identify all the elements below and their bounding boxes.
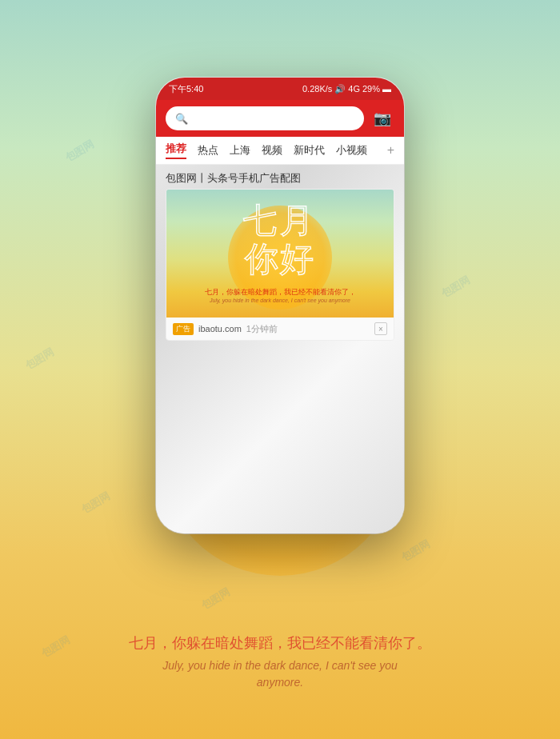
camera-button[interactable]: 📷 (370, 106, 394, 130)
ad-chinese-text: 七月 你好 (200, 202, 360, 279)
tab-short-video[interactable]: 小视频 (336, 143, 367, 158)
ad-line2: 你好 (200, 240, 360, 278)
ad-card: 七月 你好 七月，你躲在暗处舞蹈，我已经不能看清你了， July, you hi… (166, 189, 394, 341)
battery-label: 29% (362, 84, 380, 94)
tab-recommended[interactable]: 推荐 (166, 142, 186, 159)
english-line1: July, you hide in the dark dance, I can'… (162, 659, 397, 672)
ad-source: ibaotu.com (198, 324, 242, 334)
ad-close-button[interactable]: × (374, 322, 387, 335)
tab-video[interactable]: 视频 (262, 143, 282, 158)
search-bar: 🔍 📷 (156, 100, 404, 137)
ad-cn-subtitle: 七月，你躲在暗处舞蹈，我已经不能看清你了， (188, 287, 372, 298)
ad-subtitle: 七月，你躲在暗处舞蹈，我已经不能看清你了， July, you hide in … (188, 287, 372, 305)
ad-footer: 广告 ibaotu.com 1分钟前 × (166, 318, 394, 340)
time-display: 下午5:40 (169, 83, 203, 95)
search-input-box[interactable]: 🔍 (166, 106, 364, 130)
bottom-english-text: July, you hide in the dark dance, I can'… (80, 657, 480, 691)
nav-tabs: 推荐 热点 上海 视频 新时代 小视频 + (156, 137, 404, 165)
ad-badge: 广告 (173, 323, 194, 335)
network-speed: 0.28K/s (302, 84, 332, 94)
signal-label: 4G (348, 84, 360, 94)
tab-hot[interactable]: 热点 (198, 143, 218, 158)
search-icon: 🔍 (175, 113, 188, 125)
nav-plus-button[interactable]: + (387, 143, 394, 158)
site-label: 包图网丨头条号手机广告配图 (156, 165, 404, 189)
ad-en-subtitle: July, you hide in the dark dance, I can'… (188, 297, 372, 305)
bottom-text-area: 七月，你躲在暗处舞蹈，我已经不能看清你了。 July, you hide in … (80, 633, 480, 691)
tab-new-era[interactable]: 新时代 (294, 143, 325, 158)
ad-line1: 七月 (200, 202, 360, 240)
english-line2: anymore. (257, 676, 303, 689)
bottom-chinese-text: 七月，你躲在暗处舞蹈，我已经不能看清你了。 (80, 633, 480, 653)
status-bar: 下午5:40 0.28K/s 🔊 4G 29% ▬ (156, 78, 404, 100)
phone-frame: 下午5:40 0.28K/s 🔊 4G 29% ▬ 🔍 📷 推荐 热点 上海 视… (156, 78, 404, 533)
ad-image: 七月 你好 七月，你躲在暗处舞蹈，我已经不能看清你了， July, you hi… (166, 190, 394, 318)
status-left: 下午5:40 (169, 83, 203, 95)
network-icons: 🔊 (334, 84, 346, 94)
status-right: 0.28K/s 🔊 4G 29% ▬ (302, 84, 391, 94)
battery-icon: ▬ (382, 84, 391, 94)
ad-time: 1分钟前 (246, 323, 278, 335)
tab-shanghai[interactable]: 上海 (230, 143, 250, 158)
